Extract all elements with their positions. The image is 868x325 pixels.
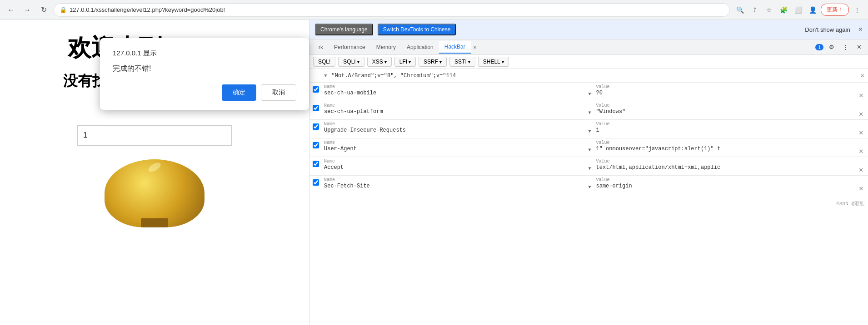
arrow-sec-fetch-site: ▼ [585, 177, 594, 190]
lock-icon: 🔒 [60, 6, 67, 13]
hackbar-xss-btn[interactable]: XSS ▾ [367, 57, 392, 67]
brand-value: "Not.A/Brand";v="8", "Chromium";v="114 [332, 73, 456, 79]
address-bar[interactable]: 🔒 127.0.0.1/xsschallenge/level12.php?key… [54, 3, 730, 17]
checkbox-sec-ch-ua-mobile[interactable] [309, 84, 322, 95]
checkbox-upgrade-insecure[interactable] [309, 121, 322, 133]
checkbox-sec-fetch-site[interactable] [309, 177, 322, 188]
value-label: Value [596, 122, 856, 127]
value-label: Value [596, 140, 856, 145]
name-col-sec-ch-ua-mobile: Name sec-ch-ua-mobile [322, 84, 585, 97]
row-close-sec-fetch-site[interactable]: ✕ [857, 177, 868, 193]
hackbar-ssrf-btn[interactable]: SSRF ▾ [419, 57, 447, 67]
name-col-sec-fetch-site: Name Sec-Fetch-Site [322, 177, 585, 190]
notification-close-button[interactable]: × [858, 25, 863, 34]
value-text: "Windows" [596, 108, 626, 115]
search-button[interactable]: 🔍 [733, 4, 746, 16]
forward-button[interactable]: → [21, 4, 34, 16]
value-label: Value [596, 159, 856, 164]
update-button[interactable]: 更新！ [821, 4, 849, 16]
checkbox-accept[interactable] [309, 158, 322, 170]
name-value: Upgrade-Insecure-Requests [324, 127, 406, 133]
alert-dialog: 127.0.0.1 显示 完成的不错! 确定 取消 [100, 38, 309, 110]
table-row: Name Accept ▼ Value text/html,applicatio… [309, 157, 868, 176]
dont-show-link[interactable]: Don't show again [805, 26, 850, 33]
alert-cancel-button[interactable]: 取消 [261, 84, 296, 101]
table-row: Name sec-ch-ua-platform ▼ Value "Windows… [309, 101, 868, 120]
main-content: 127.0.0.1 显示 完成的不错! 确定 取消 欢迎来到level12 没有… [0, 20, 868, 325]
webpage: 127.0.0.1 显示 完成的不错! 确定 取消 欢迎来到level12 没有… [0, 20, 309, 325]
back-button[interactable]: ← [5, 4, 17, 16]
hackbar-sqli-btn[interactable]: SQL! [313, 57, 335, 67]
table-row: Name sec-ch-ua-mobile ▼ Value ?0 ✕ [309, 83, 868, 101]
request-area: ▼ "Not.A/Brand";v="8", "Chromium";v="114… [309, 69, 868, 325]
value-col-accept: Value text/html,application/xhtml+xml,ap… [594, 158, 858, 172]
tab-more[interactable]: » [471, 42, 479, 52]
value-text: same-origin [596, 183, 632, 189]
name-col-sec-ch-ua-platform: Name sec-ch-ua-platform [322, 102, 585, 116]
checkbox-user-agent[interactable] [309, 139, 322, 151]
name-value: Accept [324, 164, 344, 171]
hackbar-toolbar: SQL! SQLI ▾ XSS ▾ LFI ▾ SSRF ▾ SSTI ▾ SH… [309, 55, 868, 69]
devtools-close-button[interactable]: ✕ [853, 42, 864, 53]
xss-arrow: ▾ [384, 59, 387, 64]
tab-rk[interactable]: rk [313, 41, 329, 53]
value-label: Value [596, 103, 856, 108]
url-text: 127.0.0.1/xsschallenge/level12.php?keywo… [70, 6, 225, 13]
alert-confirm-button[interactable]: 确定 [222, 84, 256, 101]
lfi-arrow: ▾ [409, 59, 411, 64]
name-value: sec-ch-ua-platform [324, 108, 383, 115]
tab-button[interactable]: ⬜ [792, 4, 804, 16]
tab-performance[interactable]: Performance [329, 41, 371, 53]
name-label: Name [324, 103, 584, 108]
switch-chinese-button[interactable]: Switch DevTools to Chinese [378, 24, 456, 35]
row-close-user-agent[interactable]: ✕ [857, 139, 868, 156]
row-close-sec-ch-ua-platform[interactable]: ✕ [857, 102, 868, 118]
reload-button[interactable]: ↻ [37, 4, 50, 16]
row-close-accept[interactable]: ✕ [857, 158, 868, 174]
sdn-info: ©SDN @混乱 [836, 200, 864, 207]
row-close-sec-ch-ua-mobile[interactable]: ✕ [857, 84, 868, 100]
share-button[interactable]: ⤴ [748, 4, 761, 16]
ssti-arrow: ▾ [468, 59, 470, 64]
checkbox-sec-ch-ua-platform[interactable] [309, 102, 322, 114]
devtools-settings-button[interactable]: ⚙ [826, 42, 837, 53]
hackbar-shell-btn[interactable]: SHELL ▾ [478, 57, 509, 67]
table-row: Name Upgrade-Insecure-Requests ▼ Value 1… [309, 120, 868, 138]
name-col-upgrade-insecure: Name Upgrade-Insecure-Requests [322, 121, 585, 134]
hackbar-ssti-btn[interactable]: SSTI ▾ [449, 57, 475, 67]
devtools-more-button[interactable]: ⋮ [840, 42, 851, 53]
chrome-lang-button[interactable]: Chrome's language [315, 24, 373, 35]
name-label: Name [324, 177, 584, 182]
arrow-accept: ▼ [585, 158, 594, 171]
value-col-upgrade-insecure: Value 1 [594, 121, 858, 134]
devtools-notification: Chrome's language Switch DevTools to Chi… [309, 20, 868, 39]
value-col-sec-ch-ua-mobile: Value ?0 [594, 84, 858, 97]
name-label: Name [324, 140, 584, 145]
value-label: Value [596, 84, 856, 89]
hackbar-lfi-btn[interactable]: LFI ▾ [394, 57, 416, 67]
menu-button[interactable]: ⋮ [851, 4, 863, 16]
shell-arrow: ▾ [502, 59, 504, 64]
tab-hackbar[interactable]: HackBar [439, 41, 471, 54]
name-label: Name [324, 122, 584, 127]
search-input[interactable] [77, 125, 232, 146]
tab-memory[interactable]: Memory [371, 41, 401, 53]
devtools-panel: Chrome's language Switch DevTools to Chi… [309, 20, 868, 325]
value-text: 1 [596, 127, 599, 133]
sqli-arrow: ▾ [357, 59, 359, 64]
value-col-sec-ch-ua-platform: Value "Windows" [594, 102, 858, 116]
value-col-user-agent: Value 1" onmouseover="javascript:alert(1… [594, 139, 858, 153]
hackbar-sqli-dropdown[interactable]: SQLI ▾ [338, 57, 364, 67]
value-col-sec-fetch-site: Value same-origin [594, 177, 858, 190]
tab-application[interactable]: Application [401, 41, 439, 53]
brand-close[interactable]: ✕ [861, 72, 864, 79]
extensions-button[interactable]: 🧩 [777, 4, 790, 16]
brand-arrow: ▼ [324, 73, 327, 79]
row-close-upgrade-insecure[interactable]: ✕ [857, 121, 868, 137]
bookmark-button[interactable]: ☆ [763, 4, 775, 16]
profile-button[interactable]: 👤 [806, 4, 819, 16]
value-text: ?0 [596, 90, 603, 96]
ssrf-arrow: ▾ [439, 59, 442, 64]
alert-buttons: 确定 取消 [113, 84, 296, 101]
brand-row: ▼ "Not.A/Brand";v="8", "Chromium";v="114… [309, 69, 868, 83]
